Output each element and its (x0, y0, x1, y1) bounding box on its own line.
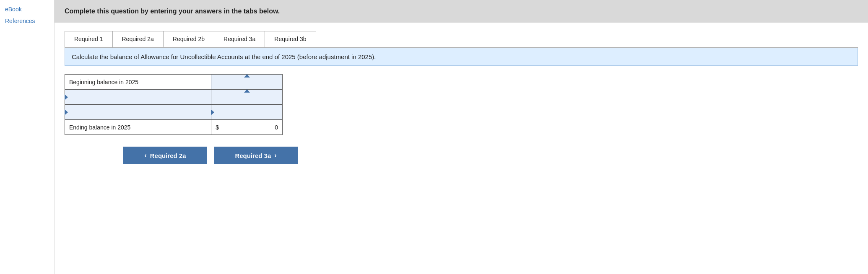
ebook-link[interactable]: eBook (3, 5, 51, 13)
triangle-top-indicator-2 (244, 89, 250, 93)
table-row (65, 90, 283, 105)
tab-required-2a[interactable]: Required 2a (112, 31, 164, 47)
prev-button-label: Required 2a (150, 152, 186, 159)
row2-label-cell[interactable] (65, 90, 211, 105)
table-row (65, 105, 283, 120)
ending-balance-row: Ending balance in 2025 $ 0 (65, 120, 283, 135)
prev-button[interactable]: ‹ Required 2a (123, 147, 207, 164)
row3-label-cell[interactable] (65, 105, 211, 120)
content-area: Required 1 Required 2a Required 2b Requi… (55, 23, 868, 274)
main-content: Complete this question by entering your … (55, 0, 868, 274)
tabs-row: Required 1 Required 2a Required 2b Requi… (65, 31, 858, 47)
next-button-label: Required 3a (235, 152, 271, 159)
row3-value-input[interactable] (211, 105, 282, 119)
triangle-left-indicator-3 (211, 109, 214, 115)
tabs-container: Required 1 Required 2a Required 2b Requi… (65, 31, 858, 48)
table-row: Beginning balance in 2025 (65, 75, 283, 90)
tab-required-1[interactable]: Required 1 (65, 31, 113, 47)
banner: Complete this question by entering your … (55, 0, 868, 23)
triangle-left-indicator-2 (65, 109, 68, 115)
prev-chevron: ‹ (144, 152, 146, 159)
ending-balance-value: 0 (275, 124, 278, 131)
triangle-left-indicator (65, 94, 68, 100)
sidebar: eBook References (0, 0, 55, 274)
beginning-balance-label: Beginning balance in 2025 (65, 75, 211, 90)
references-link[interactable]: References (3, 17, 51, 25)
row2-value-cell[interactable] (211, 90, 283, 105)
next-chevron: › (274, 152, 276, 159)
banner-text: Complete this question by entering your … (65, 8, 280, 15)
dollar-sign: $ (216, 124, 219, 131)
ending-balance-label: Ending balance in 2025 (65, 120, 211, 135)
row3-value-cell[interactable] (211, 105, 283, 120)
tab-required-3b[interactable]: Required 3b (265, 31, 316, 47)
tab-required-2b[interactable]: Required 2b (163, 31, 214, 47)
row3-label-input[interactable] (65, 105, 211, 119)
triangle-top-indicator (244, 74, 250, 78)
next-button[interactable]: Required 3a › (214, 147, 298, 164)
ending-balance-value-cell: $ 0 (211, 120, 283, 135)
info-box: Calculate the balance of Allowance for U… (65, 48, 858, 66)
navigation-buttons: ‹ Required 2a Required 3a › (123, 147, 858, 164)
beginning-balance-input-cell[interactable] (211, 75, 283, 90)
info-box-text: Calculate the balance of Allowance for U… (72, 53, 376, 60)
tab-required-3a[interactable]: Required 3a (214, 31, 265, 47)
calculation-table: Beginning balance in 2025 (65, 74, 283, 135)
row2-label-input[interactable] (65, 90, 211, 104)
